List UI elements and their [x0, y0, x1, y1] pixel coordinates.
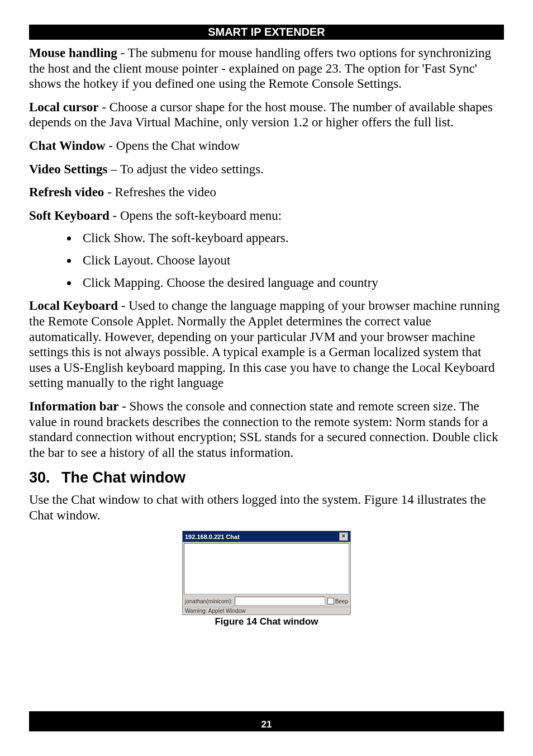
- chat-window-figure: 192.168.0.221 Chat × jonathan(minicom): …: [182, 531, 351, 615]
- header-bar: SMART IP EXTENDER: [29, 25, 504, 40]
- section-heading: 30.The Chat window: [29, 469, 504, 486]
- text-refresh-video: - Refreshes the video: [104, 185, 216, 199]
- term-information-bar: Information bar: [29, 399, 118, 413]
- figure-wrap: 192.168.0.221 Chat × jonathan(minicom): …: [29, 531, 504, 627]
- para-video-settings: Video Settings – To adjust the video set…: [29, 162, 504, 177]
- chat-input-row: jonathan(minicom): Beep: [183, 596, 350, 607]
- bullet-show: Click Show. The soft-keyboard appears.: [78, 231, 504, 245]
- page-number: 21: [29, 719, 504, 731]
- chat-username: jonathan(minicom):: [185, 598, 232, 604]
- term-local-cursor: Local cursor: [29, 100, 99, 114]
- footer-bar: [29, 711, 504, 719]
- chat-title-text: 192.168.0.221 Chat: [185, 533, 240, 540]
- chat-status: Warning: Applet Window: [183, 607, 350, 615]
- text-soft-keyboard: - Opens the soft-keyboard menu:: [110, 209, 282, 223]
- para-chat-intro: Use the Chat window to chat with others …: [29, 492, 504, 523]
- para-information-bar: Information bar - Shows the console and …: [29, 399, 504, 460]
- section-title: The Chat window: [61, 469, 185, 486]
- term-refresh-video: Refresh video: [29, 185, 104, 199]
- beep-checkbox[interactable]: [327, 598, 334, 604]
- term-chat-window: Chat Window: [29, 139, 106, 153]
- chat-titlebar: 192.168.0.221 Chat ×: [183, 531, 350, 542]
- para-refresh-video: Refresh video - Refreshes the video: [29, 185, 504, 200]
- section-number: 30.: [29, 469, 61, 486]
- chat-input[interactable]: [235, 597, 325, 606]
- para-mouse-handling: Mouse handling - The submenu for mouse h…: [29, 45, 504, 92]
- term-soft-keyboard: Soft Keyboard: [29, 209, 110, 223]
- chat-message-area: [184, 543, 349, 594]
- figure-caption: Figure 14 Chat window: [29, 616, 504, 627]
- term-video-settings: Video Settings: [29, 162, 107, 176]
- para-local-keyboard: Local Keyboard - Used to change the lang…: [29, 298, 504, 391]
- para-soft-keyboard: Soft Keyboard - Opens the soft-keyboard …: [29, 208, 504, 224]
- bullet-layout: Click Layout. Choose layout: [78, 253, 504, 268]
- para-chat-window: Chat Window - Opens the Chat window: [29, 138, 504, 154]
- term-mouse-handling: Mouse handling: [29, 46, 117, 60]
- para-local-cursor: Local cursor - Choose a cursor shape for…: [29, 100, 504, 130]
- text-local-cursor: - Choose a cursor shape for the host mou…: [29, 100, 493, 130]
- close-icon[interactable]: ×: [339, 532, 348, 541]
- soft-keyboard-bullets: Click Show. The soft-keyboard appears. C…: [29, 231, 504, 290]
- header-title: SMART IP EXTENDER: [208, 26, 325, 38]
- footer: 21: [29, 711, 504, 731]
- body-text: Mouse handling - The submenu for mouse h…: [29, 45, 504, 627]
- text-chat-window: - Opens the Chat window: [106, 139, 240, 153]
- term-local-keyboard: Local Keyboard: [29, 299, 118, 313]
- bullet-mapping: Click Mapping. Choose the desired langua…: [78, 276, 504, 290]
- text-video-settings: – To adjust the video settings.: [107, 162, 264, 176]
- beep-label: Beep: [335, 598, 348, 604]
